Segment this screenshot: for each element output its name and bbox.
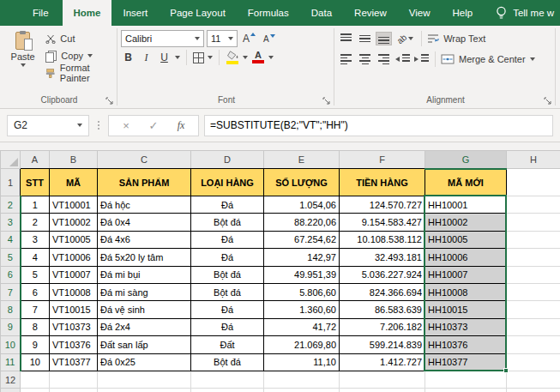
font-name-select[interactable]: Calibri [121, 30, 204, 47]
tab-insert[interactable]: Insert [111, 0, 159, 26]
header-cell-san_pham[interactable]: SẢN PHẨM [98, 169, 191, 196]
empty-cell-row12[interactable] [98, 371, 191, 388]
enter-icon[interactable]: ✓ [140, 119, 167, 132]
row-header-9[interactable]: 9 [1, 318, 21, 335]
cell-so_luong-row6[interactable]: 49.951,39 [264, 266, 340, 283]
cell-loai_hang-row3[interactable]: Bột đá [191, 214, 264, 231]
empty-cell-row12[interactable] [425, 371, 507, 388]
cell-stt-row10[interactable]: 9 [21, 336, 50, 353]
align-right-button[interactable] [376, 52, 392, 66]
font-color-dropdown-icon[interactable] [268, 56, 274, 59]
formula-input[interactable]: =SUBSTITUTE(B2;"VT";"HH") [204, 115, 553, 136]
cell-so_luong-row8[interactable]: 1.360,60 [264, 301, 340, 318]
header-cell-ma_moi[interactable]: MÃ MỚI [425, 169, 507, 196]
cell-H1[interactable] [507, 169, 560, 196]
empty-cell-row12[interactable] [507, 371, 560, 388]
copy-button[interactable]: Copy [45, 47, 115, 64]
cell-tien_hang-row11[interactable]: 1.412.727 [340, 353, 425, 371]
cell-stt-row5[interactable]: 4 [21, 249, 50, 266]
italic-button[interactable]: I [139, 51, 154, 64]
cell-so_luong-row3[interactable]: 88.220,06 [264, 214, 340, 231]
tab-data[interactable]: Data [300, 0, 343, 26]
column-header-D[interactable]: D [191, 151, 264, 169]
cell-H7[interactable] [507, 283, 560, 300]
empty-cell-row13[interactable] [264, 389, 340, 392]
align-center-button[interactable] [357, 52, 373, 66]
tell-me-box[interactable]: Tell me w [496, 0, 554, 26]
cell-so_luong-row2[interactable]: 1.054,06 [264, 196, 340, 214]
cell-tien_hang-row6[interactable]: 5.036.227.924 [340, 266, 425, 283]
cell-tien_hang-row4[interactable]: 10.108.538.112 [340, 231, 425, 248]
cell-so_luong-row7[interactable]: 5.806,60 [264, 283, 340, 300]
header-cell-so_luong[interactable]: SỐ LƯỢNG [264, 169, 340, 196]
cell-san_pham-row2[interactable]: Đá hộc [98, 196, 191, 214]
underline-dropdown-icon[interactable] [175, 56, 180, 59]
cell-so_luong-row9[interactable]: 41,72 [264, 318, 340, 335]
tab-page-layout[interactable]: Page Layout [159, 0, 237, 26]
cell-ma_moi-row3[interactable]: HH10002 [425, 214, 507, 231]
empty-cell-row12[interactable] [191, 371, 264, 388]
cell-stt-row9[interactable]: 8 [21, 318, 50, 335]
cell-stt-row7[interactable]: 6 [21, 283, 50, 300]
cell-ma-row11[interactable]: VT10377 [50, 353, 98, 371]
formula-bar-splitter[interactable] [98, 121, 99, 130]
paste-dropdown-icon[interactable] [21, 63, 26, 67]
row-header-8[interactable]: 8 [1, 301, 21, 318]
name-box-dropdown-icon[interactable] [77, 124, 82, 127]
cell-so_luong-row4[interactable]: 67.254,62 [264, 231, 340, 248]
cell-ma-row6[interactable]: VT10007 [50, 266, 98, 283]
cell-tien_hang-row10[interactable]: 599.214.839 [340, 336, 425, 353]
cell-san_pham-row4[interactable]: Đá 4x6 [98, 231, 191, 248]
cell-tien_hang-row7[interactable]: 824.366.694 [340, 283, 425, 300]
header-cell-stt[interactable]: STT [21, 169, 50, 196]
cell-H11[interactable] [507, 353, 560, 371]
fill-color-dropdown-icon[interactable] [243, 56, 248, 59]
column-header-C[interactable]: C [98, 151, 191, 169]
row-header-12[interactable]: 12 [1, 371, 21, 388]
cell-ma_moi-row4[interactable]: HH10005 [425, 231, 507, 248]
cell-ma_moi-row6[interactable]: HH10007 [425, 266, 507, 283]
empty-cell-row13[interactable] [98, 389, 191, 392]
empty-cell-row13[interactable] [507, 389, 560, 392]
name-box[interactable]: G2 [7, 115, 89, 136]
align-left-button[interactable] [338, 52, 354, 66]
cell-ma-row2[interactable]: VT10001 [50, 196, 98, 214]
cell-stt-row2[interactable]: 1 [21, 196, 50, 214]
merge-center-dropdown-icon[interactable] [530, 57, 535, 61]
borders-dropdown-icon[interactable] [208, 56, 213, 59]
cell-ma_moi-row11[interactable]: HH10377 [425, 353, 507, 371]
cell-loai_hang-row7[interactable]: Bột đá [191, 283, 264, 300]
cell-san_pham-row10[interactable]: Đất san lấp [98, 336, 191, 353]
align-bottom-button[interactable] [376, 32, 392, 45]
cell-loai_hang-row10[interactable]: Đất [191, 336, 264, 353]
tab-view[interactable]: View [398, 0, 442, 26]
column-header-E[interactable]: E [264, 151, 340, 169]
cell-ma_moi-row5[interactable]: HH10006 [425, 249, 507, 266]
tab-review[interactable]: Review [343, 0, 398, 26]
cell-H8[interactable] [507, 301, 560, 318]
select-all-corner[interactable] [1, 151, 21, 169]
font-size-select[interactable]: 11 [207, 30, 238, 47]
cell-stt-row8[interactable]: 7 [21, 301, 50, 318]
merge-center-button[interactable]: Merge & Center [441, 51, 535, 68]
cell-stt-row11[interactable]: 10 [21, 353, 50, 371]
row-header-2[interactable]: 2 [1, 196, 21, 214]
align-middle-button[interactable] [357, 32, 373, 45]
paste-button[interactable]: Paste [7, 30, 39, 81]
cell-tien_hang-row8[interactable]: 86.583.639 [340, 301, 425, 318]
empty-cell-row12[interactable] [21, 371, 50, 388]
cell-san_pham-row7[interactable]: Đá mi sàng [98, 283, 191, 300]
increase-indent-button[interactable] [413, 52, 430, 66]
cell-tien_hang-row3[interactable]: 9.154.583.427 [340, 214, 425, 231]
cell-loai_hang-row8[interactable]: Đá [191, 301, 264, 318]
cell-loai_hang-row9[interactable]: Đá [191, 318, 264, 335]
cell-ma_moi-row10[interactable]: HH10376 [425, 336, 507, 353]
font-dialog-launcher[interactable] [322, 97, 330, 105]
header-cell-ma[interactable]: MÃ [50, 169, 98, 196]
borders-icon[interactable] [193, 52, 204, 63]
tab-file[interactable]: File [19, 0, 63, 26]
cell-loai_hang-row2[interactable]: Đá [191, 196, 264, 214]
empty-cell-row12[interactable] [50, 371, 98, 388]
tab-formulas[interactable]: Formulas [237, 0, 300, 26]
cut-button[interactable]: Cut [45, 30, 115, 47]
